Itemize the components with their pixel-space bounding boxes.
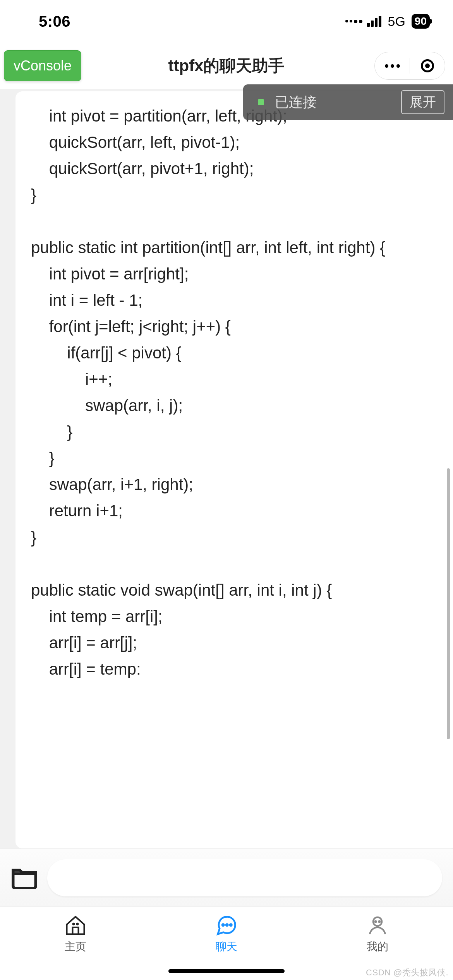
tab-home-label: 主页 xyxy=(65,939,86,954)
home-indicator[interactable] xyxy=(168,969,285,973)
svg-point-4 xyxy=(230,924,232,926)
svg-point-2 xyxy=(222,924,224,926)
chat-area: int pivot = partition(arr, left, right);… xyxy=(0,89,453,848)
user-icon xyxy=(366,914,389,937)
home-icon xyxy=(64,914,87,937)
vconsole-button[interactable]: vConsole xyxy=(4,50,81,81)
capsule-close-button[interactable] xyxy=(410,52,445,79)
composer-bar xyxy=(0,848,453,906)
folder-icon[interactable] xyxy=(11,865,38,891)
signal-bars-icon xyxy=(367,16,381,27)
svg-point-1 xyxy=(77,923,78,925)
tab-home[interactable]: 主页 xyxy=(0,914,151,954)
status-right: 5G 90 xyxy=(345,14,430,29)
expand-button[interactable]: 展开 xyxy=(401,90,444,114)
svg-point-7 xyxy=(379,921,380,922)
chat-icon xyxy=(215,914,238,937)
status-dot-icon xyxy=(258,99,264,105)
ellipsis-icon xyxy=(385,64,400,68)
message-row: int pivot = partition(arr, left, right);… xyxy=(0,91,453,848)
message-input[interactable] xyxy=(47,859,442,896)
svg-point-0 xyxy=(73,923,74,925)
network-label: 5G xyxy=(388,14,405,29)
capsule-menu-button[interactable] xyxy=(375,52,410,79)
svg-point-3 xyxy=(226,924,228,926)
tab-chat[interactable]: 聊天 xyxy=(151,914,302,954)
battery-icon: 90 xyxy=(412,14,430,29)
connection-banner: 已连接 展开 xyxy=(243,84,453,120)
watermark: CSDN @秃头披风侠. xyxy=(366,967,448,978)
nav-bar: vConsole ttpfx的聊天助手 xyxy=(0,43,453,89)
scrollbar-thumb[interactable] xyxy=(447,468,450,739)
signal-dots-icon xyxy=(345,20,362,23)
connection-status: 已连接 xyxy=(275,93,317,112)
message-bubble: int pivot = partition(arr, left, right);… xyxy=(15,91,453,848)
tab-mine-label: 我的 xyxy=(367,939,388,954)
status-time: 5:06 xyxy=(39,13,70,30)
miniprogram-capsule xyxy=(374,52,445,80)
target-icon xyxy=(421,59,434,72)
tab-chat-label: 聊天 xyxy=(216,939,237,954)
code-content: int pivot = partition(arr, left, right);… xyxy=(31,103,445,682)
svg-point-6 xyxy=(375,921,376,922)
tab-mine[interactable]: 我的 xyxy=(302,914,453,954)
status-bar: 5:06 5G 90 xyxy=(0,0,453,43)
